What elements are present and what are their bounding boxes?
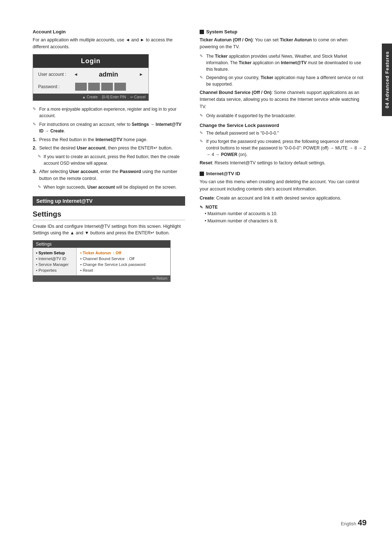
lock-tip-1: The default password set is "0-0-0-0." xyxy=(200,130,367,136)
ticker-autorun-text: Ticker Autorun (Off / On): You can set T… xyxy=(200,37,367,51)
password-block-1 xyxy=(75,83,87,91)
settings-heading: Settings xyxy=(33,210,185,220)
internet-tv-id-text2: Create: Create an account and link it wi… xyxy=(200,195,367,202)
step-3-tip: When login succeeds, User account will b… xyxy=(33,184,185,190)
settings-menu-id: • Internet@TV ID xyxy=(36,256,73,262)
login-box: Login User account : ◄ admin ► Password … xyxy=(33,54,149,101)
change-lock-heading: Change the Service Lock password xyxy=(200,123,367,128)
settings-menu-system: • System Setup xyxy=(36,250,73,256)
side-tab: 04 Advanced Features xyxy=(382,44,392,116)
password-block-4 xyxy=(114,83,126,91)
settings-box: Settings • System Setup • Internet@TV ID… xyxy=(33,240,171,282)
login-user-label: User account : xyxy=(38,72,71,77)
settings-left-menu: • System Setup • Internet@TV ID • Servic… xyxy=(33,248,77,275)
ticker-tip-1: The Ticker application provides useful N… xyxy=(200,53,367,73)
settings-menu-properties: • Properties xyxy=(36,267,73,273)
note-item-2: Maximum number of characters is 8. xyxy=(200,218,367,225)
step-1: 1. Press the Red button in the Internet@… xyxy=(33,136,185,143)
reset-text: Reset: Resets Internet@TV settings to fa… xyxy=(200,160,367,167)
settings-box-content: • System Setup • Internet@TV ID • Servic… xyxy=(33,248,170,275)
system-setup-heading: System Setup xyxy=(200,29,367,34)
step-1-num: 1. xyxy=(33,136,36,143)
account-login-body: For an application with multiple account… xyxy=(33,37,185,50)
internet-tv-id-text1: You can use this menu when creating and … xyxy=(200,178,367,193)
ticker-tip-2: Depending on your country, Ticker applic… xyxy=(200,74,367,87)
page-footer: English 49 xyxy=(341,518,367,527)
login-footer-cancel: ↩ Cancel xyxy=(130,95,146,99)
page-container: 04 Advanced Features Account Login For a… xyxy=(0,0,392,542)
password-block-2 xyxy=(88,83,100,91)
login-password-row: Password : xyxy=(33,81,148,94)
left-column: Account Login For an application with mu… xyxy=(33,29,185,282)
login-user-row: User account : ◄ admin ► xyxy=(33,68,148,81)
settings-box-footer: ↩ Return xyxy=(33,275,170,282)
account-login-heading: Account Login xyxy=(33,29,185,34)
step-2-num: 2. xyxy=(33,145,36,152)
tip-2: For instructions on creating an account,… xyxy=(33,121,185,134)
login-user-value: admin xyxy=(81,71,136,78)
tip-1: For a more enjoyable application experie… xyxy=(33,106,185,119)
settings-body: Create IDs and configure Internet@TV set… xyxy=(33,223,185,237)
lock-tip-2: If you forget the password you created, … xyxy=(200,138,367,158)
step-3: 3. After selecting User account, enter t… xyxy=(33,168,185,182)
channel-tip: Only available if supported by the broad… xyxy=(200,112,367,119)
right-column: System Setup Ticker Autorun (Off / On): … xyxy=(200,29,367,282)
settings-channel: • Channel Bound Service : Off xyxy=(80,256,167,262)
channel-bound-text: Channel Bound Service (Off / On): Some c… xyxy=(200,89,367,110)
settings-box-title: Settings xyxy=(33,241,170,248)
settings-right-menu: • Ticker Autorun : Off • Channel Bound S… xyxy=(77,248,170,275)
login-footer: ▲ Create [0-9] Enter PIN ↩ Cancel xyxy=(33,94,148,100)
settings-change-lock: • Change the Service Lock password xyxy=(80,262,167,267)
login-footer-create: ▲ Create xyxy=(82,95,98,99)
note-heading: NOTE xyxy=(200,204,367,210)
step-3-num: 3. xyxy=(33,168,36,175)
content-area: Account Login For an application with mu… xyxy=(33,29,367,282)
system-setup-label: System Setup xyxy=(206,29,237,34)
password-block-3 xyxy=(101,83,113,91)
step-2: 2. Select the desired User account, then… xyxy=(33,145,185,152)
settings-reset: • Reset xyxy=(80,267,167,273)
step-2-tip: If you want to create an account, press … xyxy=(33,153,185,167)
note-item-1: Maximum number of accounts is 10. xyxy=(200,210,367,217)
login-footer-pin: [0-9] Enter PIN xyxy=(102,95,126,99)
footer-language: English xyxy=(341,521,356,526)
login-password-label: Password : xyxy=(38,84,71,89)
settings-menu-service: • Service Manager xyxy=(36,262,73,267)
internet-tv-id-icon xyxy=(200,172,204,176)
page-number: 49 xyxy=(358,518,367,527)
login-title: Login xyxy=(33,54,148,68)
system-setup-icon xyxy=(200,30,204,34)
side-tab-text: 04 Advanced Features xyxy=(384,51,390,108)
settings-ticker: • Ticker Autorun : Off xyxy=(80,250,167,256)
setting-up-bar: Setting up Internet@TV xyxy=(33,196,185,206)
login-arrow-right-icon: ► xyxy=(139,72,143,77)
note-box: NOTE Maximum number of accounts is 10. M… xyxy=(200,204,367,224)
internet-tv-id-label: Internet@TV ID xyxy=(206,171,240,176)
internet-tv-id-heading: Internet@TV ID xyxy=(200,171,367,176)
password-blocks xyxy=(75,83,126,91)
login-arrow-left-icon: ◄ xyxy=(74,72,78,77)
